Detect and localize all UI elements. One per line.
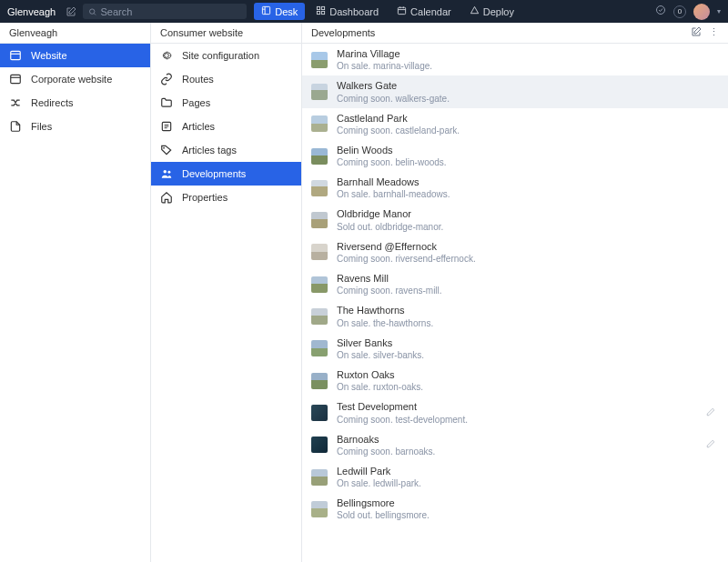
thumbnail (311, 148, 328, 165)
list-item[interactable]: Castleland ParkComing soon. castleland-p… (302, 108, 728, 140)
list-item[interactable]: Ledwill ParkOn sale. ledwill-park. (302, 461, 728, 493)
list-item[interactable]: Walkers GateComing soon. walkers-gate. (302, 75, 728, 107)
list-item-title: Barnhall Meadows (337, 176, 719, 188)
list-item-subtitle: On sale. ruxton-oaks. (337, 381, 719, 393)
list-text: Test DevelopmentComing soon. test-develo… (337, 400, 703, 425)
list-text: Ravens MillComing soon. ravens-mill. (337, 272, 719, 296)
sidebar-item-website[interactable]: Website (0, 44, 150, 67)
sidebar-item-redirects[interactable]: Redirects (0, 91, 150, 115)
top-nav: DeskDashboardCalendarDeploy (254, 3, 525, 20)
list-text: Riversend @EffernockComing soon. riverse… (337, 240, 719, 265)
rocket-icon[interactable] (655, 5, 666, 18)
subnav-item-label: Pages (182, 97, 210, 108)
subnav-item-pages[interactable]: Pages (151, 91, 301, 115)
compose-icon[interactable] (65, 5, 77, 18)
subnav-item-label: Routes (182, 74, 214, 85)
list-item[interactable]: Ruxton OaksOn sale. ruxton-oaks. (302, 365, 728, 396)
nav-dashboard[interactable]: Dashboard (308, 3, 386, 20)
subnav-item-label: Articles (182, 121, 215, 132)
notification-badge[interactable]: 0 (673, 5, 686, 18)
list-item[interactable]: Barnhall MeadowsOn sale. barnhall-meadow… (302, 172, 728, 204)
more-icon[interactable]: ⋮ (709, 26, 719, 39)
brand-label: Glenveagh (7, 6, 56, 17)
list-item-title: Ledwill Park (337, 465, 719, 477)
list-item-subtitle: On sale. marina-village. (337, 60, 719, 72)
site-icon (9, 49, 22, 62)
thumbnail (311, 501, 328, 517)
list-item[interactable]: BellingsmoreSold out. bellingsmore. (302, 493, 728, 525)
thumbnail (311, 308, 328, 325)
thumbnail (311, 373, 328, 389)
file-icon (9, 120, 22, 133)
column-header: Developments ⋮ (302, 23, 728, 44)
list-item-title: Belin Woods (337, 144, 719, 156)
list-item[interactable]: Belin WoodsComing soon. belin-woods. (302, 140, 728, 172)
subnav-item-site-configuration[interactable]: Site configuration (151, 44, 301, 67)
topbar: Glenveagh DeskDashboardCalendarDeploy 0 … (0, 0, 728, 23)
nav-label: Calendar (410, 6, 451, 17)
edit-icon[interactable] (703, 407, 719, 418)
sidebar-item-label: Files (31, 121, 52, 132)
list-text: Castleland ParkComing soon. castleland-p… (337, 112, 719, 136)
column-body: WebsiteCorporate websiteRedirectsFiles (0, 44, 150, 562)
thumbnail (311, 115, 328, 132)
list-item[interactable]: The HawthornsOn sale. the-hawthorns. (302, 300, 728, 332)
list-item[interactable]: Marina VillageOn sale. marina-village. (302, 44, 728, 75)
list-text: Marina VillageOn sale. marina-village. (337, 47, 719, 72)
subnav-item-routes[interactable]: Routes (151, 67, 301, 91)
sidebar-item-files[interactable]: Files (0, 115, 150, 138)
column-title: Glenveagh (9, 27, 57, 38)
list-item-subtitle: Coming soon. castleland-park. (337, 125, 719, 136)
list-text: Ruxton OaksOn sale. ruxton-oaks. (337, 368, 719, 393)
layout-icon (261, 5, 275, 17)
list-item-title: The Hawthorns (337, 304, 719, 316)
thumbnail (311, 405, 328, 421)
list-item[interactable]: Silver BanksOn sale. silver-banks. (302, 333, 728, 365)
search-field[interactable] (100, 6, 241, 17)
compose-icon[interactable] (691, 26, 702, 39)
thumbnail (311, 84, 328, 100)
list-item-subtitle: On sale. the-hawthorns. (337, 317, 719, 329)
sidebar-item-label: Website (31, 50, 67, 61)
calendar-icon (397, 5, 410, 17)
list-text: The HawthornsOn sale. the-hawthorns. (337, 304, 719, 328)
column-header: Consumer website (151, 23, 301, 44)
nav-desk[interactable]: Desk (254, 3, 305, 20)
folder-icon (160, 96, 173, 109)
gear-icon (160, 49, 173, 62)
search-input[interactable] (83, 4, 247, 19)
subnav-item-articles-tags[interactable]: Articles tags (151, 138, 301, 162)
subnav-item-articles[interactable]: Articles (151, 115, 301, 138)
list-item[interactable]: Test DevelopmentComing soon. test-develo… (302, 396, 728, 428)
thumbnail (311, 212, 328, 228)
shuffle-icon (9, 96, 22, 109)
subnav-item-developments[interactable]: Developments (151, 162, 301, 186)
column-body: Site configurationRoutesPagesArticlesArt… (151, 44, 301, 562)
chevron-down-icon[interactable]: ▾ (717, 7, 721, 15)
list-item[interactable]: Ravens MillComing soon. ravens-mill. (302, 268, 728, 300)
edit-icon[interactable] (703, 439, 719, 450)
list-item-title: Bellingsmore (337, 497, 719, 509)
sidebar-item-corporate-website[interactable]: Corporate website (0, 67, 150, 91)
tag-icon (160, 144, 173, 156)
subnav-item-properties[interactable]: Properties (151, 186, 301, 209)
nav-calendar[interactable]: Calendar (389, 3, 459, 20)
list-item[interactable]: BarnoaksComing soon. barnoaks. (302, 429, 728, 461)
avatar[interactable] (693, 4, 710, 20)
list-item[interactable]: Oldbridge ManorSold out. oldbridge-manor… (302, 204, 728, 236)
list-text: Oldbridge ManorSold out. oldbridge-manor… (337, 207, 719, 232)
svg-rect-1 (263, 6, 270, 14)
topbar-right: 0 ▾ (655, 4, 721, 20)
list-item-title: Silver Banks (337, 336, 719, 349)
main: Glenveagh WebsiteCorporate websiteRedire… (0, 23, 728, 562)
list-text: Silver BanksOn sale. silver-banks. (337, 336, 719, 361)
sidebar-item-label: Corporate website (31, 74, 112, 85)
thumbnail (311, 244, 328, 260)
list-item[interactable]: Riversend @EffernockComing soon. riverse… (302, 236, 728, 268)
svg-rect-9 (11, 75, 21, 83)
thumbnail (311, 180, 328, 196)
sidebar-item-label: Redirects (31, 97, 73, 108)
nav-deploy[interactable]: Deploy (462, 3, 521, 20)
list-item-subtitle: Sold out. oldbridge-manor. (337, 221, 719, 233)
list-item-title: Walkers Gate (337, 79, 719, 92)
